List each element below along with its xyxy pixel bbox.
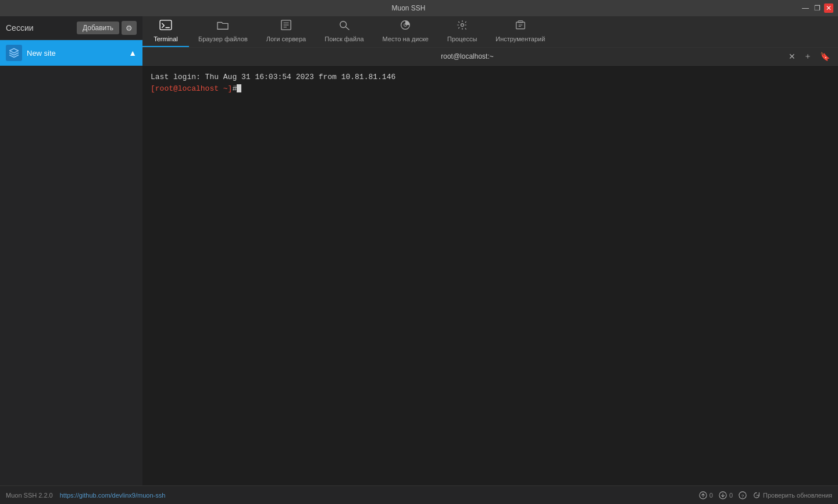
- terminal-line-2: [root@localhost ~]#: [151, 83, 830, 95]
- sessions-label: Сессии: [6, 23, 34, 33]
- statusbar-right: 0 0 ? Проверить обновления: [699, 491, 832, 499]
- terminal-content[interactable]: Last login: Thu Aug 31 16:03:54 2023 fro…: [142, 66, 838, 485]
- tab-filebrowser[interactable]: Браузер файлов: [189, 16, 257, 47]
- content-area: Сессии Добавить ⚙ New site ▲: [0, 16, 838, 485]
- collapse-arrow-icon: ▲: [129, 48, 137, 58]
- terminal-host: root@localhost:~: [148, 52, 786, 60]
- tools-icon: [514, 20, 527, 33]
- svg-rect-12: [518, 21, 523, 23]
- folder-icon: [216, 20, 229, 33]
- svg-point-10: [461, 24, 463, 27]
- settings-button[interactable]: ⚙: [122, 21, 137, 35]
- github-link[interactable]: https://github.com/devlinx9/muon-ssh: [60, 492, 166, 499]
- bookmark-terminal-button[interactable]: 🔖: [818, 50, 832, 63]
- close-terminal-button[interactable]: ✕: [786, 50, 798, 63]
- upload-icon: [699, 491, 707, 499]
- upload-status: 0: [699, 491, 713, 499]
- refresh-icon: [753, 491, 761, 499]
- check-updates-button[interactable]: Проверить обновления: [753, 491, 832, 499]
- svg-rect-11: [516, 22, 525, 28]
- terminal-line-1: Last login: Thu Aug 31 16:03:54 2023 fro…: [151, 72, 830, 83]
- close-button[interactable]: ✕: [824, 3, 833, 13]
- toolbar: Terminal Браузер файлов: [142, 16, 838, 48]
- minimize-button[interactable]: —: [801, 3, 810, 13]
- tab-filesearch-label: Поиск файла: [324, 35, 363, 42]
- svg-point-6: [340, 22, 347, 28]
- tab-terminal[interactable]: Terminal: [142, 16, 189, 47]
- tab-diskspace-label: Место на диске: [383, 35, 429, 42]
- help-icon[interactable]: ?: [739, 491, 747, 499]
- terminal-icon: [159, 20, 172, 33]
- sidebar: Сессии Добавить ⚙ New site ▲: [0, 16, 142, 485]
- session-item[interactable]: New site ▲: [0, 40, 142, 66]
- svg-text:?: ?: [741, 493, 744, 498]
- add-terminal-button[interactable]: ＋: [801, 50, 814, 63]
- download-status: 0: [719, 491, 733, 499]
- session-icon: [6, 45, 22, 61]
- terminal-header: root@localhost:~ ✕ ＋ 🔖: [142, 48, 838, 66]
- cube-icon: [9, 48, 19, 58]
- titlebar: Muon SSH — ❐ ✕: [0, 0, 838, 16]
- tab-serverlogs-label: Логи сервера: [266, 35, 306, 42]
- terminal-header-actions: ✕ ＋ 🔖: [786, 50, 832, 63]
- disk-icon: [399, 20, 412, 33]
- sidebar-header: Сессии Добавить ⚙: [0, 16, 142, 40]
- main-layout: Сессии Добавить ⚙ New site ▲: [0, 16, 838, 504]
- tab-processes[interactable]: Процессы: [438, 16, 486, 47]
- tab-tools[interactable]: Инструментарий: [486, 16, 554, 47]
- statusbar-left: Muon SSH 2.2.0 https://github.com/devlin…: [6, 492, 165, 499]
- tab-filebrowser-label: Браузер файлов: [198, 35, 248, 42]
- titlebar-title: Muon SSH: [16, 4, 801, 12]
- download-icon: [719, 491, 727, 499]
- tab-processes-label: Процессы: [447, 35, 477, 42]
- version-label: Muon SSH 2.2.0: [6, 492, 53, 499]
- tab-terminal-label: Terminal: [154, 35, 178, 42]
- add-session-button[interactable]: Добавить: [77, 22, 119, 34]
- tab-tools-label: Инструментарий: [495, 35, 545, 42]
- right-panel: Terminal Браузер файлов: [142, 16, 838, 485]
- processes-icon: [456, 20, 469, 33]
- svg-line-7: [346, 27, 349, 30]
- statusbar: Muon SSH 2.2.0 https://github.com/devlin…: [0, 485, 838, 504]
- gear-icon: ⚙: [126, 24, 133, 33]
- logs-icon: [280, 20, 293, 33]
- sidebar-header-actions: Добавить ⚙: [77, 21, 137, 35]
- tab-diskspace[interactable]: Место на диске: [373, 16, 438, 47]
- session-name: New site: [27, 49, 129, 58]
- tab-filesearch[interactable]: Поиск файла: [315, 16, 373, 47]
- search-icon: [338, 20, 351, 33]
- titlebar-controls: — ❐ ✕: [801, 3, 833, 13]
- svg-rect-0: [160, 20, 172, 30]
- maximize-button[interactable]: ❐: [812, 3, 822, 13]
- tab-serverlogs[interactable]: Логи сервера: [257, 16, 315, 47]
